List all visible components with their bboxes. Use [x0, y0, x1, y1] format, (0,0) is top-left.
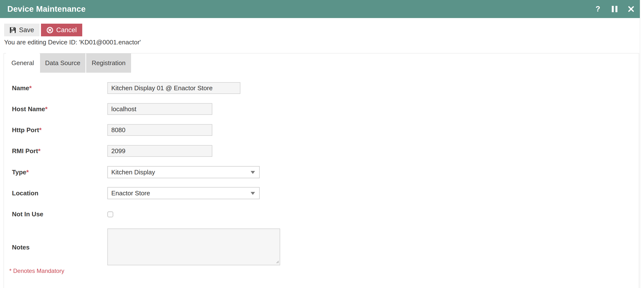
pause-icon[interactable]: [609, 0, 620, 18]
mandatory-note: * Denotes Mandatory: [9, 268, 64, 274]
scrollbar-gutter: [640, 0, 644, 288]
save-icon: [10, 27, 16, 33]
field-row-host-name: Host Name*: [12, 103, 212, 115]
field-row-location: Location Enactor Store: [12, 187, 260, 199]
not-in-use-checkbox[interactable]: [107, 211, 113, 217]
tab-data-source[interactable]: Data Source: [40, 53, 86, 73]
field-row-type: Type* Kitchen Display: [12, 166, 260, 178]
location-label: Location: [12, 190, 107, 197]
field-row-not-in-use: Not In Use: [12, 211, 113, 218]
save-button-label: Save: [19, 26, 34, 34]
window-controls: ?: [592, 0, 636, 18]
required-marker: *: [29, 84, 32, 92]
type-dropdown[interactable]: Kitchen Display: [107, 166, 260, 178]
notes-label: Notes: [12, 244, 107, 251]
host-name-label: Host Name*: [12, 105, 107, 113]
toolbar: Save Cancel: [4, 24, 82, 36]
chevron-down-icon: [250, 192, 255, 195]
field-row-name: Name*: [12, 82, 240, 94]
field-row-http-port: Http Port*: [12, 124, 212, 136]
location-dropdown[interactable]: Enactor Store: [107, 187, 260, 199]
tab-registration[interactable]: Registration: [86, 53, 131, 73]
name-label: Name*: [12, 84, 107, 92]
page-title: Device Maintenance: [7, 4, 86, 14]
save-button[interactable]: Save: [4, 24, 40, 36]
tab-bar: General Data Source Registration: [6, 53, 131, 73]
chevron-down-icon: [250, 171, 255, 174]
http-port-input[interactable]: [107, 124, 212, 136]
not-in-use-label: Not In Use: [12, 211, 107, 218]
editing-notice: You are editing Device ID: 'KD01@0001.en…: [4, 38, 141, 46]
required-marker: *: [39, 126, 42, 134]
name-input[interactable]: [107, 82, 240, 94]
form-panel: General Data Source Registration Name* H…: [4, 53, 639, 288]
cancel-circle-x-icon: [46, 26, 54, 34]
close-icon[interactable]: [626, 0, 636, 18]
rmi-port-label: RMI Port*: [12, 147, 107, 155]
cancel-button-label: Cancel: [56, 26, 77, 34]
host-name-input[interactable]: [107, 103, 212, 115]
type-dropdown-value: Kitchen Display: [111, 169, 155, 176]
field-row-notes: Notes: [12, 229, 280, 266]
http-port-label: Http Port*: [12, 126, 107, 134]
title-bar: Device Maintenance ?: [0, 0, 640, 18]
location-dropdown-value: Enactor Store: [111, 190, 150, 197]
notes-textarea[interactable]: [107, 229, 280, 265]
help-icon[interactable]: ?: [592, 0, 603, 18]
required-marker: *: [26, 169, 29, 176]
rmi-port-input[interactable]: [107, 145, 212, 157]
tab-general[interactable]: General: [6, 53, 39, 73]
type-label: Type*: [12, 169, 107, 176]
cancel-button[interactable]: Cancel: [41, 24, 82, 36]
required-marker: *: [38, 147, 40, 155]
field-row-rmi-port: RMI Port*: [12, 145, 212, 157]
required-marker: *: [45, 105, 48, 113]
